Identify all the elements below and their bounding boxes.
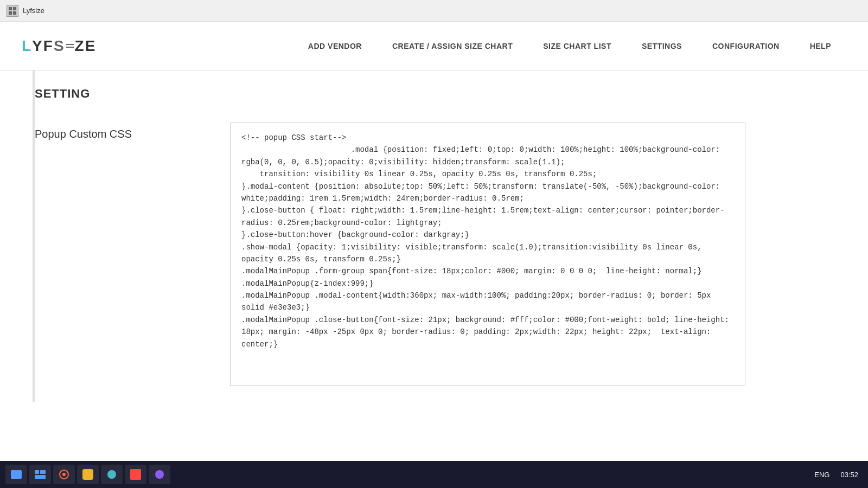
svg-rect-0 xyxy=(9,7,12,10)
logo-letter-s: S xyxy=(54,37,65,55)
taskbar-app5-icon xyxy=(130,469,141,480)
nav-configuration[interactable]: CONFIGURATION xyxy=(697,42,795,50)
popup-custom-css-input[interactable]: <!-- popup CSS start--> .modal {position… xyxy=(231,123,745,383)
css-editor-container: <!-- popup CSS start--> .modal {position… xyxy=(230,123,745,386)
logo-letter-y: Y xyxy=(32,37,43,55)
svg-rect-1 xyxy=(13,7,16,10)
svg-rect-5 xyxy=(40,470,46,474)
taskbar-app2-icon xyxy=(59,469,69,480)
navbar: L Y F S Z E ADD VENDOR CREATE / ASSIGN S… xyxy=(0,22,868,70)
app-icon xyxy=(7,5,18,17)
taskbar-app4-icon xyxy=(106,469,117,480)
nav-create-assign-size-chart[interactable]: CREATE / ASSIGN SIZE CHART xyxy=(377,42,528,50)
taskbar-app1-icon xyxy=(35,470,46,479)
taskbar: ENG 03:52 xyxy=(0,461,868,488)
taskbar-app3[interactable] xyxy=(77,465,99,484)
logo-letter-l: L xyxy=(22,37,32,55)
svg-rect-4 xyxy=(35,470,39,474)
svg-rect-6 xyxy=(35,475,46,479)
nav-links: ADD VENDOR CREATE / ASSIGN SIZE CHART SI… xyxy=(129,42,846,50)
svg-rect-11 xyxy=(130,469,141,480)
start-icon xyxy=(11,470,22,479)
settings-row: Popup Custom CSS <!-- popup CSS start-->… xyxy=(35,123,868,386)
taskbar-app3-icon xyxy=(82,469,93,480)
nav-add-vendor[interactable]: ADD VENDOR xyxy=(293,42,377,50)
taskbar-app6-icon xyxy=(154,469,165,480)
taskbar-app2[interactable] xyxy=(53,465,75,484)
svg-rect-2 xyxy=(9,11,12,15)
svg-rect-3 xyxy=(13,11,16,15)
svg-point-12 xyxy=(155,470,164,479)
nav-size-chart-list[interactable]: SIZE CHART LIST xyxy=(528,42,627,50)
logo[interactable]: L Y F S Z E xyxy=(22,37,96,55)
nav-help[interactable]: HELP xyxy=(795,42,846,50)
taskbar-app6[interactable] xyxy=(149,465,170,484)
taskbar-app1[interactable] xyxy=(29,465,51,484)
logo-dash-icon xyxy=(66,44,74,48)
logo-letter-z: Z xyxy=(75,37,85,55)
taskbar-language: ENG xyxy=(814,471,838,479)
popup-css-label: Popup Custom CSS xyxy=(35,123,208,140)
app-title: Lyfsize xyxy=(23,7,44,15)
title-bar: Lyfsize xyxy=(0,0,868,22)
svg-rect-9 xyxy=(82,469,93,480)
taskbar-app4[interactable] xyxy=(101,465,123,484)
taskbar-start[interactable] xyxy=(5,465,27,484)
logo-letter-f: F xyxy=(43,37,54,55)
main-content: SETTING Popup Custom CSS <!-- popup CSS … xyxy=(0,70,868,424)
nav-settings[interactable]: SETTINGS xyxy=(627,42,697,50)
left-border-container: SETTING Popup Custom CSS <!-- popup CSS … xyxy=(33,70,868,402)
svg-point-10 xyxy=(107,470,116,479)
logo-letter-e: E xyxy=(85,37,97,55)
taskbar-app5[interactable] xyxy=(125,465,146,484)
svg-point-8 xyxy=(62,473,66,476)
taskbar-clock: 03:52 xyxy=(840,471,863,479)
section-title: SETTING xyxy=(35,87,868,101)
